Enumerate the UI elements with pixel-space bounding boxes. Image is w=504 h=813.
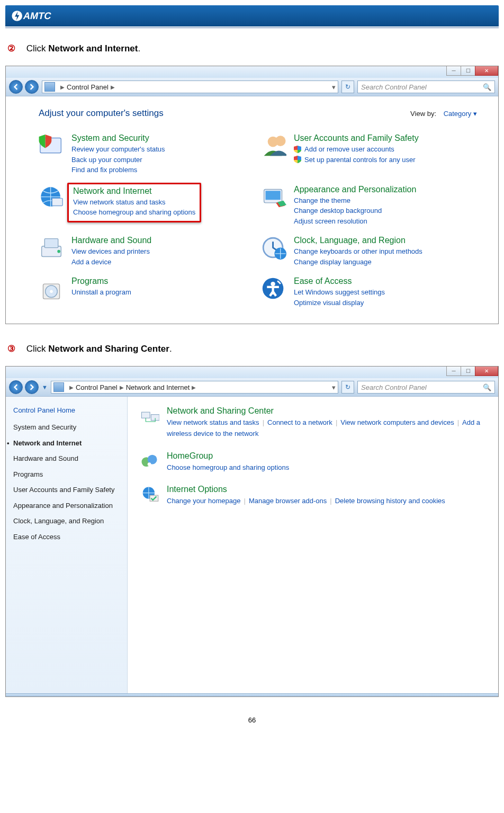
category-sublink[interactable]: Change display language: [294, 257, 422, 267]
nav-back-button[interactable]: [9, 80, 23, 94]
sidebar-item[interactable]: User Accounts and Family Safety: [13, 485, 120, 495]
nav-back-button[interactable]: [9, 380, 23, 394]
main-section: HomeGroupChoose homegroup and sharing op…: [139, 451, 487, 473]
category-sublink[interactable]: Adjust screen resolution: [294, 216, 416, 227]
section-links: Choose homegroup and sharing options: [167, 462, 289, 473]
sidebar-item[interactable]: Network and Internet: [13, 439, 120, 448]
category-sublink[interactable]: Change desktop background: [294, 206, 416, 216]
category-title-link[interactable]: Network and Internet: [73, 186, 195, 196]
sidebar-item[interactable]: Appearance and Personalization: [13, 501, 120, 511]
category-sublink[interactable]: Optimize visual display: [294, 298, 385, 308]
category-sublink[interactable]: Change keyboards or other input methods: [294, 246, 422, 257]
main-section: Network and Sharing CenterView network s…: [139, 406, 487, 440]
category-sublink[interactable]: Add a device: [71, 257, 151, 267]
arrow-left-icon: [13, 84, 19, 90]
breadcrumb-bar[interactable]: ▶ Control Panel ▶ ▾: [42, 81, 338, 93]
category-title-link[interactable]: Ease of Access: [294, 276, 385, 286]
shield-icon: [294, 156, 301, 163]
chevron-down-icon[interactable]: ▾: [332, 383, 336, 391]
sidebar-item[interactable]: System and Security: [13, 423, 120, 432]
breadcrumb-item[interactable]: Control Panel: [76, 383, 118, 391]
category-icon: [261, 236, 286, 261]
breadcrumb-item[interactable]: Network and Internet: [126, 383, 190, 391]
category-sublink[interactable]: Set up parental controls for any user: [294, 155, 419, 165]
section-sublink[interactable]: Choose homegroup and sharing options: [167, 463, 289, 471]
close-button[interactable]: ✕: [475, 66, 498, 76]
category-sublink[interactable]: Back up your computer: [71, 155, 165, 165]
category-title-link[interactable]: Appearance and Personalization: [294, 185, 416, 194]
address-bar-row: ▶ Control Panel ▶ ▾ ↻ Search Control Pan…: [6, 78, 498, 96]
section-title-link[interactable]: Internet Options: [167, 485, 445, 494]
search-icon: 🔍: [483, 83, 491, 91]
main-section: Internet OptionsChange your homepage|Man…: [139, 485, 487, 507]
maximize-button[interactable]: ☐: [461, 66, 475, 76]
section-sublink[interactable]: Connect to a network: [267, 418, 332, 426]
sidebar-item[interactable]: Hardware and Sound: [13, 454, 120, 463]
arrow-right-icon: [29, 384, 35, 390]
category-icon: [39, 236, 64, 261]
category-icon: [261, 133, 286, 159]
view-by-selector[interactable]: View by: Category ▾: [410, 110, 477, 118]
section-icon: [139, 451, 159, 471]
nav-forward-button[interactable]: [25, 80, 39, 94]
minimize-button[interactable]: ─: [446, 66, 461, 76]
breadcrumb-bar[interactable]: ▶ Control Panel ▶ Network and Internet ▶…: [51, 381, 338, 394]
category-sublink[interactable]: Let Windows suggest settings: [294, 287, 385, 298]
sidebar-item[interactable]: Ease of Access: [13, 532, 120, 542]
category-ease-of-access: Ease of AccessLet Windows suggest settin…: [261, 276, 477, 308]
category-sublink[interactable]: View devices and printers: [71, 246, 151, 257]
sidebar-home-link[interactable]: Control Panel Home: [13, 406, 120, 414]
sidebar: Control Panel Home System and SecurityNe…: [6, 397, 128, 693]
search-input[interactable]: Search Control Panel 🔍: [357, 381, 495, 394]
category-sublink[interactable]: Find and fix problems: [71, 165, 165, 175]
category-title-link[interactable]: System and Security: [71, 133, 165, 143]
category-hardware-and-sound: Hardware and SoundView devices and print…: [39, 236, 255, 267]
search-placeholder: Search Control Panel: [361, 83, 427, 91]
refresh-button[interactable]: ↻: [341, 381, 354, 394]
recent-dropdown-button[interactable]: ▼: [42, 384, 48, 390]
close-button[interactable]: ✕: [475, 367, 498, 376]
step-3-marker: ③: [7, 344, 15, 354]
category-title-link[interactable]: Programs: [71, 276, 131, 286]
category-sublink[interactable]: Add or remove user accounts: [294, 144, 419, 155]
category-title-link[interactable]: Clock, Language, and Region: [294, 236, 422, 245]
section-title-link[interactable]: HomeGroup: [167, 451, 289, 461]
chevron-right-icon: ▶: [69, 385, 74, 390]
category-network-and-internet: Network and InternetView network status …: [39, 185, 255, 227]
category-icon: [39, 133, 64, 159]
category-sublink[interactable]: Choose homegroup and sharing options: [73, 207, 195, 218]
window-footer-bar: [6, 693, 498, 696]
breadcrumb-item[interactable]: Control Panel: [67, 83, 109, 91]
section-title-link[interactable]: Network and Sharing Center: [167, 406, 487, 416]
category-title-link[interactable]: Hardware and Sound: [71, 236, 151, 245]
category-sublink[interactable]: Change the theme: [294, 195, 416, 206]
section-sublink[interactable]: Manage browser add-ons: [249, 497, 327, 505]
category-sublink[interactable]: View network status and tasks: [73, 197, 195, 208]
brand-text: AMTC: [22, 10, 52, 21]
instruction-step-3: ③ Click Network and Sharing Center.: [5, 343, 499, 354]
sidebar-item[interactable]: Programs: [13, 470, 120, 479]
category-icon: [261, 185, 286, 210]
category-programs: ProgramsUninstall a program: [39, 276, 255, 308]
brand-header: AMTC: [5, 5, 499, 26]
refresh-button[interactable]: ↻: [341, 81, 354, 93]
category-clock-language-and-region: Clock, Language, and RegionChange keyboa…: [261, 236, 477, 267]
section-sublink[interactable]: View network computers and devices: [340, 418, 454, 426]
main-content: Network and Sharing CenterView network s…: [128, 397, 498, 693]
section-sublink[interactable]: Change your homepage: [167, 497, 241, 505]
category-sublink[interactable]: Uninstall a program: [71, 287, 131, 298]
chevron-down-icon[interactable]: ▾: [332, 83, 336, 91]
category-sublink[interactable]: Review your computer's status: [71, 144, 165, 155]
category-title-link[interactable]: User Accounts and Family Safety: [294, 133, 419, 143]
network-internet-window: ─ ☐ ✕ ▼ ▶ Control Panel ▶ Network and In…: [5, 366, 499, 697]
sidebar-item[interactable]: Clock, Language, and Region: [13, 516, 120, 526]
minimize-button[interactable]: ─: [446, 367, 461, 376]
search-input[interactable]: Search Control Panel 🔍: [357, 81, 495, 93]
nav-forward-button[interactable]: [25, 380, 39, 394]
chevron-right-icon: ▶: [111, 84, 115, 90]
section-sublink[interactable]: Delete browsing history and cookies: [335, 497, 445, 505]
section-links: Change your homepage|Manage browser add-…: [167, 496, 445, 507]
section-sublink[interactable]: View network status and tasks: [167, 418, 259, 426]
maximize-button[interactable]: ☐: [461, 367, 475, 376]
section-links: View network status and tasks|Connect to…: [167, 417, 487, 440]
